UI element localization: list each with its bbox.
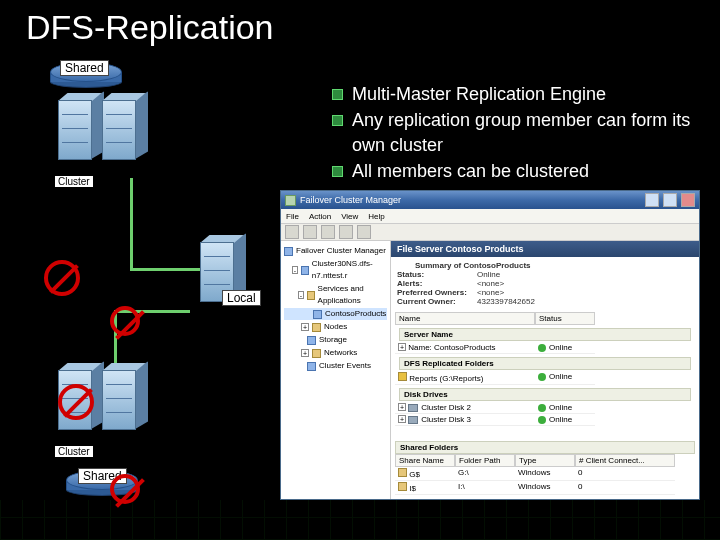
share-type: Windows [515, 467, 575, 481]
window-titlebar: Failover Cluster Manager [281, 191, 699, 209]
column-header-path[interactable]: Folder Path [455, 454, 515, 467]
folder-icon [307, 291, 314, 300]
minimize-button[interactable] [645, 193, 659, 207]
row-disk-2-status: Online [549, 415, 572, 424]
column-header-share[interactable]: Share Name [395, 454, 455, 467]
disk-icon [408, 404, 418, 412]
row-dfs-status: Online [549, 372, 572, 381]
tree-root[interactable]: Failover Cluster Manager [296, 245, 386, 257]
detail-header: File Server Contoso Products [391, 241, 699, 257]
band-shared-folders: Shared Folders [395, 441, 695, 454]
tree-storage[interactable]: Storage [319, 334, 347, 346]
local-label: Local [222, 290, 261, 306]
connector-line [130, 178, 133, 270]
tree-events[interactable]: Cluster Events [319, 360, 371, 372]
status-online-icon [538, 404, 546, 412]
menu-view[interactable]: View [341, 212, 358, 221]
events-icon [307, 362, 316, 371]
bullet-item: Multi-Master Replication Engine [332, 82, 692, 106]
help-bubble-icon[interactable] [357, 225, 371, 239]
row-server-status: Online [549, 343, 572, 352]
menu-file[interactable]: File [286, 212, 299, 221]
share-name: I$ [409, 484, 416, 493]
folder-sync-icon [398, 372, 407, 381]
slide-title: DFS-Replication [26, 8, 274, 47]
row-server-name[interactable]: Name: ContosoProducts [408, 343, 495, 352]
forbidden-icon [44, 260, 80, 296]
tree-selected[interactable]: ContosoProducts [325, 308, 386, 320]
up-icon[interactable] [321, 225, 335, 239]
share-clients: 0 [575, 467, 675, 481]
cluster-manager-window: Failover Cluster Manager File Action Vie… [280, 190, 700, 500]
forward-icon[interactable] [303, 225, 317, 239]
tree-cluster[interactable]: Cluster30NS.dfs-n7.nttest.r [312, 258, 387, 282]
slide: DFS-Replication Multi-Master Replication… [0, 0, 720, 540]
band-dfs: DFS Replicated Folders [399, 357, 691, 370]
expand-row-icon[interactable]: + [398, 343, 406, 351]
menu-help[interactable]: Help [368, 212, 384, 221]
toolbar [281, 223, 699, 241]
menubar: File Action View Help [281, 209, 699, 223]
storage-icon [307, 336, 316, 345]
grid-decoration [0, 500, 720, 540]
tree-services[interactable]: Services and Applications [318, 283, 387, 307]
share-clients: 0 [575, 481, 675, 495]
folder-icon [312, 349, 321, 358]
disk-icon [408, 416, 418, 424]
column-header-status[interactable]: Status [535, 312, 595, 325]
tree-nodes[interactable]: Nodes [324, 321, 347, 333]
forbidden-icon [58, 384, 94, 420]
connector-line [130, 268, 200, 271]
window-title: Failover Cluster Manager [300, 195, 401, 205]
refresh-icon[interactable] [339, 225, 353, 239]
summary-block: Summary of ContosoProducts Status:Online… [391, 257, 699, 310]
owner-key: Preferred Owners: [397, 288, 477, 297]
tree-expander-icon[interactable]: + [301, 349, 309, 357]
status-value: Online [477, 270, 500, 279]
row-disk-2[interactable]: Cluster Disk 3 [421, 415, 471, 424]
row-disk-1-status: Online [549, 403, 572, 412]
row-disk-1[interactable]: Cluster Disk 2 [421, 403, 471, 412]
column-header-clients[interactable]: # Client Connect... [575, 454, 675, 467]
status-online-icon [538, 344, 546, 352]
folder-icon [312, 323, 321, 332]
forbidden-icon [110, 306, 140, 336]
expand-row-icon[interactable]: + [398, 403, 406, 411]
tree-expander-icon[interactable]: - [292, 266, 299, 274]
current-key: Current Owner: [397, 297, 477, 306]
alerts-key: Alerts: [397, 279, 477, 288]
server-bottom-right-icon [102, 370, 148, 432]
tree-networks[interactable]: Networks [324, 347, 357, 359]
cluster-bottom-label: Cluster [55, 446, 93, 457]
tree-expander-icon[interactable]: - [298, 291, 305, 299]
menu-action[interactable]: Action [309, 212, 331, 221]
bullet-list: Multi-Master Replication Engine Any repl… [332, 82, 692, 185]
band-server-name: Server Name [399, 328, 691, 341]
current-value: 4323397842652 [477, 297, 535, 306]
server-top-left-icon [58, 100, 104, 162]
share-icon [398, 482, 407, 491]
tree-expander-icon[interactable]: + [301, 323, 309, 331]
back-icon[interactable] [285, 225, 299, 239]
share-row[interactable]: G$ G:\ Windows 0 [395, 467, 695, 481]
column-header-name[interactable]: Name [395, 312, 535, 325]
share-path: G:\ [455, 467, 515, 481]
resources-table: Name Status Server Name + Name: ContosoP… [395, 312, 695, 426]
app-icon [313, 310, 322, 319]
share-row[interactable]: I$ I:\ Windows 0 [395, 481, 695, 495]
nav-tree: Failover Cluster Manager -Cluster30NS.df… [281, 241, 391, 499]
share-type: Windows [515, 481, 575, 495]
share-name: G$ [409, 470, 420, 479]
app-icon [285, 195, 296, 206]
share-icon [398, 468, 407, 477]
expand-row-icon[interactable]: + [398, 415, 406, 423]
server-top-right-icon [102, 100, 148, 162]
row-dfs-name[interactable]: Reports (G:\Reports) [409, 374, 483, 383]
shared-top-label: Shared [60, 60, 109, 76]
column-header-type[interactable]: Type [515, 454, 575, 467]
close-button[interactable] [681, 193, 695, 207]
detail-pane: File Server Contoso Products Summary of … [391, 241, 699, 499]
alerts-value: <none> [477, 279, 504, 288]
tree-root-icon [284, 247, 293, 256]
maximize-button[interactable] [663, 193, 677, 207]
